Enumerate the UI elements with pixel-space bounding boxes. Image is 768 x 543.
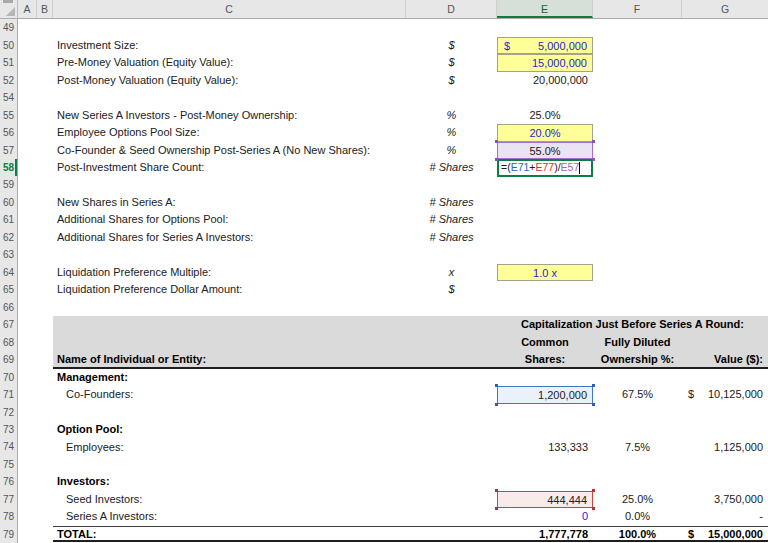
formula-edit-cell[interactable]: =(E71+E77)/E57 bbox=[497, 159, 593, 177]
unit-series-a-ownership[interactable]: % bbox=[406, 107, 497, 125]
label-cofounder-seed-ownership[interactable]: Co-Founder & Seed Ownership Post-Series … bbox=[53, 142, 406, 160]
label-additional-shares-series-a[interactable]: Additional Shares for Series A Investors… bbox=[53, 229, 406, 247]
text-cursor bbox=[579, 162, 580, 174]
unit-pre-money-valuation[interactable]: $ bbox=[406, 54, 497, 72]
col-header-C[interactable]: C bbox=[53, 0, 406, 18]
label-options-pool-size[interactable]: Employee Options Pool Size: bbox=[53, 124, 406, 142]
cell-seed-ownership[interactable]: 25.0% bbox=[593, 491, 682, 509]
row-header-65[interactable]: 65 bbox=[0, 281, 17, 298]
col-header-F[interactable]: F bbox=[593, 0, 682, 18]
captable-col-value[interactable]: Value ($): bbox=[682, 351, 768, 369]
row-header-68[interactable]: 68 bbox=[0, 333, 17, 350]
unit-additional-shares-options[interactable]: # Shares bbox=[406, 211, 497, 229]
row-header-49[interactable]: 49 bbox=[0, 19, 17, 36]
row-header-77[interactable]: 77 bbox=[0, 491, 17, 508]
label-liquidation-multiple[interactable]: Liquidation Preference Multiple: bbox=[53, 264, 406, 282]
formula-ref-E71: E71 bbox=[511, 161, 530, 175]
cell-series-a-shares[interactable]: 0 bbox=[497, 508, 593, 526]
unit-investment-size[interactable]: $ bbox=[406, 37, 497, 55]
label-series-a-ownership[interactable]: New Series A Investors - Post-Money Owne… bbox=[53, 107, 406, 125]
row-header-57[interactable]: 57 bbox=[0, 141, 17, 158]
row-header-79[interactable]: 79 bbox=[0, 526, 17, 543]
unit-cofounder-seed-ownership[interactable]: % bbox=[406, 142, 497, 160]
row-header-76[interactable]: 76 bbox=[0, 473, 17, 490]
row-header-69[interactable]: 69 bbox=[0, 351, 17, 368]
label-seed-investors[interactable]: Seed Investors: bbox=[53, 491, 406, 509]
row-header-56[interactable]: 56 bbox=[0, 124, 17, 141]
row-header-78[interactable]: 78 bbox=[0, 508, 17, 525]
row-header-74[interactable]: 74 bbox=[0, 438, 17, 455]
captable-title[interactable]: Capitalization Just Before Series A Roun… bbox=[497, 316, 768, 334]
cell-cofounders-ownership[interactable]: 67.5% bbox=[593, 386, 682, 404]
cell-seed-shares-referenced[interactable]: 444,444 bbox=[497, 491, 593, 509]
row-header-61[interactable]: 61 bbox=[0, 211, 17, 228]
label-post-investment-share-count[interactable]: Post-Investment Share Count: bbox=[53, 159, 406, 177]
cell-liquidation-multiple-value[interactable]: 1.0 x bbox=[497, 264, 593, 282]
unit-post-money-valuation[interactable]: $ bbox=[406, 72, 497, 90]
col-header-E[interactable]: E bbox=[497, 0, 593, 18]
captable-col-common[interactable]: Common bbox=[497, 334, 593, 352]
row-header-66[interactable]: 66 bbox=[0, 299, 17, 316]
cell-employees-shares[interactable]: 133,333 bbox=[497, 439, 593, 457]
unit-liquidation-dollar[interactable]: $ bbox=[406, 281, 497, 299]
label-pre-money-valuation[interactable]: Pre-Money Valuation (Equity Value): bbox=[53, 54, 406, 72]
row-header-59[interactable]: 59 bbox=[0, 176, 17, 193]
unit-liquidation-multiple[interactable]: x bbox=[406, 264, 497, 282]
cell-investment-size-value[interactable]: $ 5,000,000 bbox=[497, 37, 593, 55]
cell-cofounders-value[interactable]: $ 10,125,000 bbox=[682, 386, 768, 404]
cell-post-money-valuation-value[interactable]: 20,000,000 bbox=[497, 72, 593, 90]
select-all-corner[interactable] bbox=[0, 0, 18, 18]
row-header-73[interactable]: 73 bbox=[0, 421, 17, 438]
column-header-bar: A B C D E F G bbox=[0, 0, 768, 19]
unit-options-pool-size[interactable]: % bbox=[406, 124, 497, 142]
cell-series-a-ownership[interactable]: 0.0% bbox=[593, 508, 682, 526]
value-text: 10,125,000 bbox=[708, 386, 763, 404]
captable-name-header[interactable]: Name of Individual or Entity: bbox=[53, 351, 406, 369]
row-header-55[interactable]: 55 bbox=[0, 106, 17, 123]
cell-series-a-ownership-value[interactable]: 25.0% bbox=[497, 107, 593, 125]
cell-employees-value[interactable]: 1,125,000 bbox=[682, 439, 768, 457]
cell-cofounder-seed-ownership-value-referenced[interactable]: 55.0% bbox=[497, 142, 593, 160]
captable-col-ownership-pct[interactable]: Ownership %: bbox=[593, 351, 682, 369]
unit-post-investment-share-count[interactable]: # Shares bbox=[406, 159, 497, 177]
cell-options-pool-size-value[interactable]: 20.0% bbox=[497, 124, 593, 142]
captable-col-shares[interactable]: Shares: bbox=[497, 351, 593, 369]
label-additional-shares-options[interactable]: Additional Shares for Options Pool: bbox=[53, 211, 406, 229]
col-header-D[interactable]: D bbox=[406, 0, 497, 18]
row-header-50[interactable]: 50 bbox=[0, 36, 17, 53]
row-header-52[interactable]: 52 bbox=[0, 71, 17, 88]
row-header-54[interactable]: 54 bbox=[0, 89, 17, 106]
label-new-shares-series-a[interactable]: New Shares in Series A: bbox=[53, 194, 406, 212]
row-header-70[interactable]: 70 bbox=[0, 368, 17, 385]
row-header-64[interactable]: 64 bbox=[0, 264, 17, 281]
group-management[interactable]: Management: bbox=[53, 369, 406, 387]
row-header-63[interactable]: 63 bbox=[0, 246, 17, 263]
row-header-67[interactable]: 67 bbox=[0, 316, 17, 333]
row-header-75[interactable]: 75 bbox=[0, 456, 17, 473]
group-investors[interactable]: Investors: bbox=[53, 473, 406, 491]
col-header-A[interactable]: A bbox=[18, 0, 37, 18]
col-header-B[interactable]: B bbox=[37, 0, 53, 18]
cell-employees-ownership[interactable]: 7.5% bbox=[593, 439, 682, 457]
col-header-G[interactable]: G bbox=[682, 0, 768, 18]
group-option-pool[interactable]: Option Pool: bbox=[53, 421, 406, 439]
label-series-a-investors[interactable]: Series A Investors: bbox=[53, 508, 406, 526]
cell-cofounders-shares-referenced[interactable]: 1,200,000 bbox=[497, 386, 593, 404]
row-header-60[interactable]: 60 bbox=[0, 194, 17, 211]
unit-additional-shares-series-a[interactable]: # Shares bbox=[406, 229, 497, 247]
row-header-72[interactable]: 72 bbox=[0, 403, 17, 420]
label-liquidation-dollar[interactable]: Liquidation Preference Dollar Amount: bbox=[53, 281, 406, 299]
row-header-62[interactable]: 62 bbox=[0, 229, 17, 246]
cell-series-a-value[interactable]: - bbox=[682, 508, 768, 526]
label-post-money-valuation[interactable]: Post-Money Valuation (Equity Value): bbox=[53, 72, 406, 90]
cell-seed-value[interactable]: 3,750,000 bbox=[682, 491, 768, 509]
row-header-71[interactable]: 71 bbox=[0, 386, 17, 403]
row-header-51[interactable]: 51 bbox=[0, 54, 17, 71]
unit-new-shares-series-a[interactable]: # Shares bbox=[406, 194, 497, 212]
label-cofounders[interactable]: Co-Founders: bbox=[53, 386, 406, 404]
label-investment-size[interactable]: Investment Size: bbox=[53, 37, 406, 55]
cell-pre-money-valuation-value[interactable]: 15,000,000 bbox=[497, 54, 593, 72]
label-employees[interactable]: Employees: bbox=[53, 439, 406, 457]
captable-col-fully-diluted[interactable]: Fully Diluted bbox=[593, 334, 682, 352]
row-header-58[interactable]: 58 bbox=[0, 159, 17, 176]
